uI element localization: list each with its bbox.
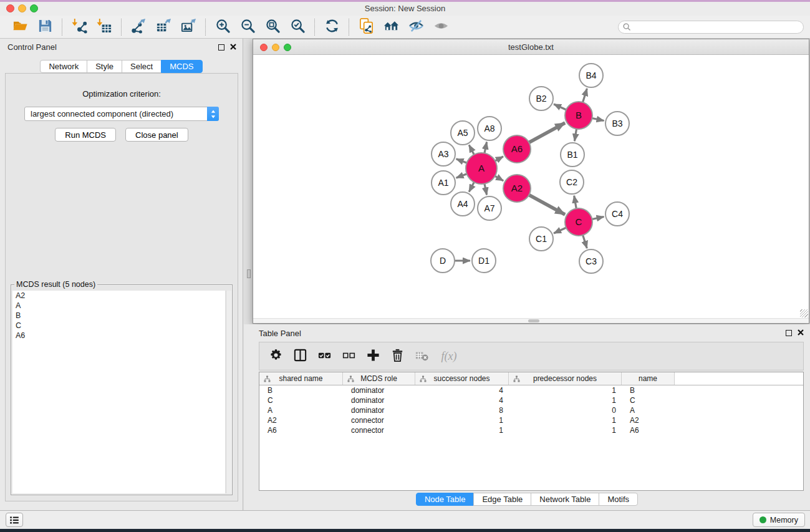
first-neighbors-button[interactable]	[378, 17, 403, 37]
zoom-in-button[interactable]	[210, 17, 235, 37]
node-D[interactable]: D	[431, 249, 455, 273]
column-header-shared-name[interactable]: shared name	[259, 372, 343, 385]
cell-mcds-role: dominator	[343, 396, 415, 405]
node-C2[interactable]: C2	[560, 170, 584, 194]
run-mcds-button[interactable]: Run MCDS	[55, 128, 116, 142]
node-A1[interactable]: A1	[432, 171, 455, 195]
zoom-fit-button[interactable]	[260, 17, 285, 37]
float-panel-icon[interactable]	[218, 44, 224, 51]
refresh-layout-button[interactable]	[319, 17, 344, 37]
column-header-name[interactable]: name	[622, 372, 675, 385]
delete-columns-button[interactable]	[389, 348, 405, 364]
node-B[interactable]: B	[565, 102, 592, 129]
node-B1[interactable]: B1	[561, 143, 584, 167]
zoom-window-button[interactable]	[30, 4, 38, 12]
deselect-all-columns-icon	[342, 348, 356, 364]
splitter-handle[interactable]	[247, 269, 251, 278]
create-column-button[interactable]	[365, 348, 381, 364]
select-all-columns-button[interactable]	[316, 348, 332, 364]
node-A2[interactable]: A2	[503, 175, 531, 202]
result-list-item[interactable]: C	[12, 321, 225, 331]
deselect-all-columns-button[interactable]	[340, 348, 357, 364]
table-row[interactable]: A6connector11A6	[259, 425, 803, 435]
task-history-button[interactable]	[6, 513, 23, 527]
tab-select[interactable]: Select	[122, 60, 162, 73]
result-list-item[interactable]: A2	[12, 291, 225, 301]
new-network-from-selection-button[interactable]	[354, 17, 378, 37]
tab-edge-table[interactable]: Edge Table	[473, 493, 531, 506]
minimize-window-button[interactable]	[18, 4, 26, 12]
network-horizontal-scrollbar[interactable]	[253, 318, 809, 323]
export-image-button[interactable]	[176, 17, 201, 37]
close-window-button[interactable]	[6, 4, 14, 12]
result-list-item[interactable]: B	[12, 311, 225, 321]
import-network-button[interactable]	[67, 17, 92, 37]
open-session-button[interactable]	[7, 17, 32, 37]
table-row[interactable]: Bdominator41B	[259, 385, 803, 395]
mcds-result-list[interactable]: A2ABCA6	[12, 291, 225, 493]
close-panel-button[interactable]: Close panel	[125, 128, 188, 142]
node-C4[interactable]: C4	[605, 202, 629, 226]
node-C3[interactable]: C3	[579, 249, 603, 273]
import-table-button[interactable]	[92, 17, 117, 37]
column-header-mcds-role[interactable]: MCDS role	[343, 372, 415, 385]
network-minimize-button[interactable]	[272, 44, 279, 51]
save-session-button[interactable]	[32, 17, 57, 37]
column-header-predecessor-nodes[interactable]: predecessor nodes	[509, 372, 622, 385]
show-columns-button[interactable]	[292, 348, 308, 364]
table-row[interactable]: A2connector11A2	[259, 415, 803, 425]
node-D1[interactable]: D1	[472, 249, 496, 273]
hscrollbar-thumb[interactable]	[528, 319, 539, 322]
cell-successor-nodes: 4	[415, 386, 509, 395]
node-B2[interactable]: B2	[529, 87, 553, 110]
import-network-icon	[72, 18, 87, 36]
network-zoom-button[interactable]	[284, 44, 291, 51]
node-label-A8: A8	[484, 123, 494, 133]
close-table-panel-icon[interactable]	[798, 328, 804, 337]
search-input[interactable]	[618, 21, 804, 34]
node-B3[interactable]: B3	[605, 112, 629, 135]
zoom-selected-button[interactable]	[285, 17, 310, 37]
column-header-label: predecessor nodes	[533, 374, 597, 383]
window-resize-grip[interactable]	[800, 309, 808, 317]
node-label-A4: A4	[457, 199, 468, 209]
zoom-out-button[interactable]	[235, 17, 260, 37]
toolbar-separator	[349, 19, 349, 36]
zoom-selected-icon	[290, 18, 306, 36]
node-A[interactable]: A	[466, 153, 497, 184]
optimization-criterion-dropdown[interactable]: largest connected component (directed)	[24, 107, 219, 121]
result-list-scrollbar[interactable]	[226, 291, 231, 493]
close-panel-icon[interactable]	[230, 42, 236, 52]
table-row[interactable]: Cdominator41C	[259, 395, 803, 405]
tab-network[interactable]: Network	[40, 60, 87, 73]
result-list-item[interactable]: A6	[12, 331, 225, 341]
column-header-successor-nodes[interactable]: successor nodes	[415, 372, 509, 385]
control-panel-tabs: NetworkStyleSelectMCDS	[0, 60, 243, 73]
node-A5[interactable]: A5	[451, 121, 475, 145]
export-network-button[interactable]	[126, 17, 151, 37]
network-canvas[interactable]: B4B2BB3A8A5A6B1A3AC2A1A2A4A7C4CC1C3DD1	[253, 56, 809, 318]
hide-selected-button[interactable]	[403, 17, 428, 37]
float-table-panel-icon[interactable]	[786, 330, 792, 336]
table-options-gear-button[interactable]	[268, 348, 284, 364]
tab-node-table[interactable]: Node Table	[416, 493, 475, 506]
node-A4[interactable]: A4	[451, 192, 475, 216]
node-A3[interactable]: A3	[432, 142, 455, 166]
tab-style[interactable]: Style	[87, 60, 122, 73]
result-list-item[interactable]: A	[12, 301, 225, 311]
table-row[interactable]: Adominator80A	[259, 405, 803, 415]
tab-motifs[interactable]: Motifs	[599, 493, 638, 506]
status-bar: Memory	[0, 510, 810, 529]
node-A7[interactable]: A7	[478, 196, 501, 220]
node-A8[interactable]: A8	[478, 117, 501, 140]
hide-selected-icon	[408, 18, 424, 36]
node-C1[interactable]: C1	[529, 227, 553, 251]
memory-button[interactable]: Memory	[753, 513, 805, 527]
tab-network-table[interactable]: Network Table	[531, 493, 599, 506]
node-C[interactable]: C	[565, 208, 592, 236]
node-A6[interactable]: A6	[503, 135, 531, 163]
network-close-button[interactable]	[260, 44, 268, 51]
node-B4[interactable]: B4	[579, 64, 603, 87]
export-table-button[interactable]	[151, 17, 176, 37]
tab-mcds[interactable]: MCDS	[161, 60, 202, 73]
